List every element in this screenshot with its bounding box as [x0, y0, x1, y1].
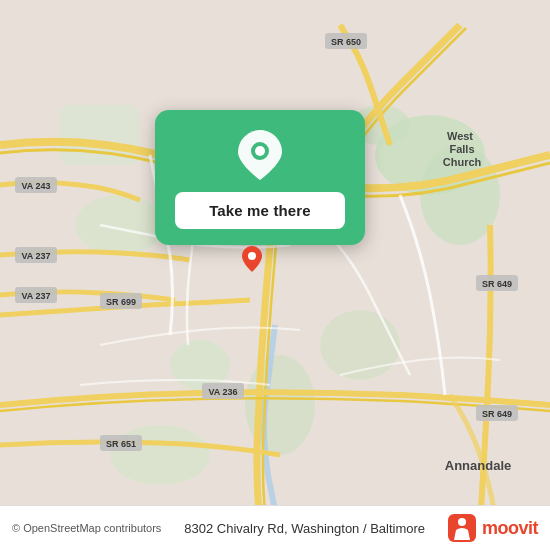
svg-text:Church: Church [443, 156, 482, 168]
svg-text:SR 650: SR 650 [331, 37, 361, 47]
map-background: SR 650 SR 649 SR 649 SR 699 SR 651 VA 24… [0, 0, 550, 550]
svg-text:SR 699: SR 699 [106, 297, 136, 307]
moovit-brand-text: moovit [482, 518, 538, 539]
svg-text:SR 649: SR 649 [482, 409, 512, 419]
svg-point-35 [248, 252, 256, 260]
bottom-bar: © OpenStreetMap contributors 8302 Chival… [0, 505, 550, 550]
address-text: 8302 Chivalry Rd, Washington / Baltimore [161, 521, 448, 536]
svg-text:VA 237: VA 237 [21, 291, 50, 301]
svg-point-5 [75, 195, 165, 255]
svg-point-7 [170, 340, 230, 390]
take-me-there-button[interactable]: Take me there [175, 192, 345, 229]
popup-card: Take me there [155, 110, 365, 245]
moovit-logo: moovit [448, 514, 538, 542]
svg-text:Falls: Falls [449, 143, 474, 155]
svg-text:VA 237: VA 237 [21, 251, 50, 261]
moovit-logo-icon [448, 514, 476, 542]
map-container: SR 650 SR 649 SR 649 SR 699 SR 651 VA 24… [0, 0, 550, 550]
svg-point-37 [458, 518, 466, 526]
copyright-text: © OpenStreetMap contributors [12, 522, 161, 534]
svg-point-9 [110, 425, 210, 485]
svg-text:Annandale: Annandale [445, 458, 511, 473]
svg-text:VA 236: VA 236 [208, 387, 237, 397]
svg-text:VA 243: VA 243 [21, 181, 50, 191]
svg-text:West: West [447, 130, 473, 142]
svg-point-34 [255, 146, 265, 156]
location-pin-icon [233, 128, 287, 182]
svg-text:SR 651: SR 651 [106, 439, 136, 449]
svg-text:SR 649: SR 649 [482, 279, 512, 289]
